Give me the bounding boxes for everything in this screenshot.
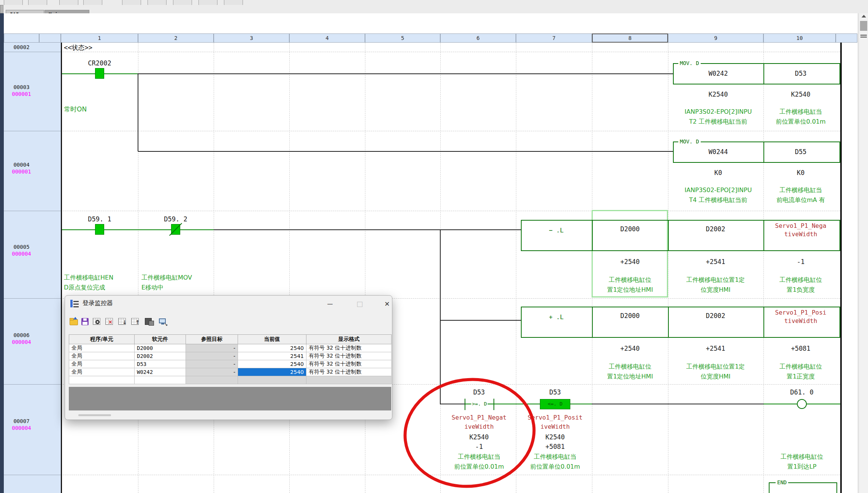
- open-file-icon[interactable]: [69, 317, 79, 327]
- maximize-button[interactable]: □: [353, 299, 366, 309]
- grid-line: [61, 211, 840, 211]
- col-header-9[interactable]: 9: [668, 33, 763, 43]
- col-label: 3: [250, 35, 253, 41]
- rung-number: 00002: [4, 44, 39, 50]
- toolbar-icon[interactable]: [59, 0, 78, 5]
- cell-device[interactable]: D2002: [135, 352, 186, 360]
- scrollbar-thumb[interactable]: [860, 21, 867, 31]
- toolbar-icon[interactable]: [122, 0, 141, 5]
- table-row-empty: [69, 376, 392, 384]
- cell-reference[interactable]: -: [186, 344, 238, 352]
- col-header-7[interactable]: 7: [516, 33, 592, 43]
- cell-current-value[interactable]: 2540: [238, 360, 306, 368]
- cell-current-value-selected[interactable]: 2540: [238, 368, 306, 376]
- col-header-3[interactable]: 3: [214, 33, 289, 43]
- insert-row-below-icon[interactable]: ↓: [117, 317, 127, 327]
- cell-device[interactable]: W0242: [135, 368, 186, 376]
- cell-display-format[interactable]: 有符号 32 位十进制数: [306, 368, 392, 376]
- cell-display-format[interactable]: 有符号 32 位十进制数: [306, 352, 392, 360]
- col-header-8-selected[interactable]: 8: [592, 33, 668, 43]
- cell-device[interactable]: [135, 376, 186, 384]
- contact-cr2002[interactable]: [95, 68, 104, 79]
- col-header-4[interactable]: 4: [289, 33, 365, 43]
- operand-comment: 工件横移电缸位置1定: [686, 363, 745, 371]
- operand-tag[interactable]: Servo1_P1_Nega: [775, 222, 827, 229]
- rung-number: 00007: [4, 418, 39, 424]
- cell-scope[interactable]: 全局: [69, 360, 135, 368]
- cell-scope[interactable]: [69, 376, 135, 384]
- cell-display-format[interactable]: 有符号 32 位十进制数: [306, 360, 392, 368]
- toolbar-icon[interactable]: [4, 0, 23, 5]
- contact-d59-1[interactable]: [95, 224, 104, 235]
- col-header-10[interactable]: 10: [763, 33, 836, 43]
- find-device-icon[interactable]: [92, 317, 102, 327]
- toolbar-icon[interactable]: [198, 0, 217, 5]
- pane-splitter-handle[interactable]: [860, 35, 867, 36]
- grid-line: [61, 475, 840, 475]
- rung-number: 00005: [4, 244, 39, 250]
- operand[interactable]: D2000: [620, 312, 639, 320]
- toolbar-icon[interactable]: [83, 0, 102, 5]
- operand-tag[interactable]: Servo1_P1_Posi: [775, 309, 827, 316]
- current-value: +5081: [545, 443, 565, 450]
- operand-tag: iveWidth: [540, 423, 570, 430]
- box-divider: [763, 220, 764, 251]
- mov1-instruction-box[interactable]: [673, 63, 840, 84]
- cell-display-format[interactable]: [306, 376, 392, 384]
- cell-current-value[interactable]: 2541: [238, 352, 306, 360]
- close-button[interactable]: ✕: [381, 299, 394, 309]
- pane-splitter-handle[interactable]: [860, 37, 867, 38]
- toolbar-icon[interactable]: [28, 0, 47, 5]
- wire: [440, 404, 465, 404]
- operand[interactable]: D55: [795, 148, 807, 156]
- cell-current-value[interactable]: [238, 376, 306, 384]
- minimize-button[interactable]: —: [324, 299, 336, 309]
- operand-tag: tiveWidth: [784, 317, 817, 324]
- cell-scope[interactable]: 全局: [69, 368, 135, 376]
- cell-current-value[interactable]: 2540: [238, 344, 306, 352]
- col-header-2[interactable]: 2: [138, 33, 214, 43]
- operand[interactable]: D2002: [706, 225, 725, 233]
- wire: [138, 73, 673, 74]
- cell-device[interactable]: D53: [135, 360, 186, 368]
- compare-constant: K2540: [469, 433, 489, 441]
- contact-label: D59. 2: [164, 215, 187, 223]
- cell-reference[interactable]: -: [186, 368, 238, 376]
- tab-stub[interactable]: [0, 5, 3, 13]
- cell-reference[interactable]: [186, 376, 238, 384]
- col-header-5[interactable]: 5: [365, 33, 440, 43]
- toolbar-icon[interactable]: [173, 0, 192, 5]
- cell-scope[interactable]: 全局: [69, 344, 135, 352]
- operand[interactable]: W0244: [708, 148, 728, 156]
- registration-monitor-window[interactable]: 登录监控器 — □ ✕ ✕ ↓ ↑: [65, 295, 392, 420]
- contact-label: D53: [549, 388, 561, 396]
- operand[interactable]: D2000: [620, 225, 639, 233]
- delete-row-icon[interactable]: ✕: [105, 317, 114, 327]
- operand[interactable]: D2002: [706, 312, 725, 320]
- device-monitor-icon[interactable]: [144, 317, 154, 327]
- cell-device[interactable]: D2000: [135, 344, 186, 352]
- coil-d61-0[interactable]: [797, 399, 807, 409]
- vertical-scrollbar[interactable]: [858, 13, 868, 493]
- compare-constant: K2540: [545, 433, 565, 441]
- monitor-empty-area: [69, 387, 391, 410]
- mov2-instruction-box[interactable]: [673, 142, 840, 163]
- toolbar-icon[interactable]: [224, 0, 243, 5]
- current-value: +2541: [706, 345, 725, 352]
- insert-row-above-icon[interactable]: ↑: [130, 317, 140, 327]
- cell-scope[interactable]: 全局: [69, 352, 135, 360]
- rung-step: 000004: [4, 339, 39, 345]
- monitor-window-tool-icon[interactable]: ↘: [158, 317, 168, 327]
- operand[interactable]: W0242: [708, 70, 728, 77]
- col-header-1[interactable]: 1: [61, 33, 138, 43]
- toolbar-icon[interactable]: [148, 0, 167, 5]
- operand[interactable]: D53: [795, 70, 807, 77]
- save-icon[interactable]: [80, 317, 90, 327]
- monitor-hscrollbar[interactable]: [78, 414, 111, 416]
- col-header-6[interactable]: 6: [440, 33, 516, 43]
- cell-reference[interactable]: -: [186, 360, 238, 368]
- operand-comment: T4 工件横移电缸当前: [689, 196, 747, 204]
- cell-display-format[interactable]: 有符号 32 位十进制数: [306, 344, 392, 352]
- cell-reference[interactable]: -: [186, 352, 238, 360]
- scroll-up-icon[interactable]: [862, 15, 866, 17]
